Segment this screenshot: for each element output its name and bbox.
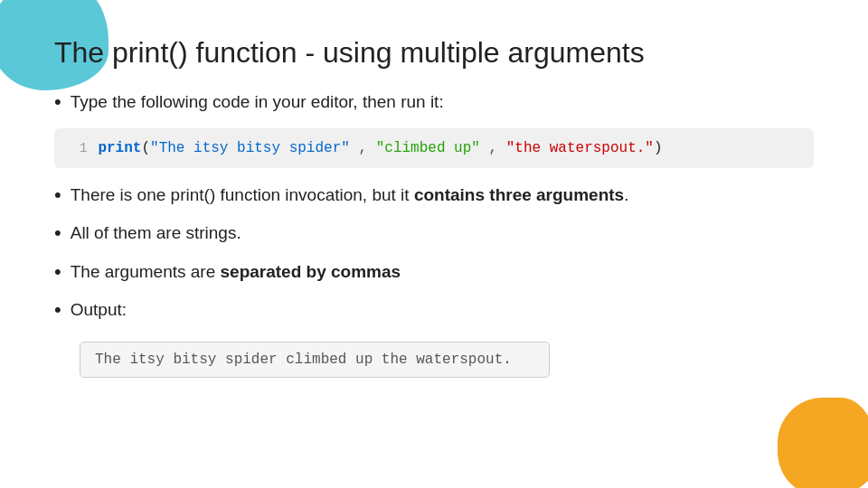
slide-content: The print() function - using multiple ar… <box>0 0 868 405</box>
code-comma1: , <box>350 140 376 156</box>
list-item-4: The arguments are separated by commas <box>54 259 814 286</box>
output-container: The itsy bitsy spider climbed up the wat… <box>54 336 814 378</box>
code-function-name: print <box>98 140 141 156</box>
slide-title: The print() function - using multiple ar… <box>54 36 814 70</box>
bullet5-text: Output: <box>71 297 127 323</box>
list-item-3: All of them are strings. <box>54 221 814 247</box>
code-line-number: 1 <box>80 141 87 155</box>
bullet1-text: Type the following code in your editor, … <box>71 89 444 115</box>
bullet4-text: The arguments are separated by commas <box>71 259 401 285</box>
list-item-5: Output: <box>54 297 814 324</box>
code-block: 1print("The itsy bitsy spider" , "climbe… <box>54 128 814 168</box>
code-arg3: "the waterspout." <box>506 140 654 156</box>
output-text: The itsy bitsy spider climbed up the wat… <box>95 352 512 368</box>
blob-bottom-right-decoration <box>778 398 868 488</box>
code-arg1: "The itsy bitsy spider" <box>150 140 350 156</box>
code-arg2: "climbed up" <box>376 140 480 156</box>
code-comma2: , <box>480 140 506 156</box>
bullet3-text: All of them are strings. <box>71 221 241 246</box>
code-close-paren: ) <box>654 140 663 156</box>
output-block: The itsy bitsy spider climbed up the wat… <box>80 342 550 378</box>
list-item-2: There is one print() function invocation… <box>54 183 814 209</box>
list-item-1: Type the following code in your editor, … <box>54 89 814 116</box>
bullet-list: Type the following code in your editor, … <box>54 89 814 324</box>
code-open-paren: ( <box>141 140 150 156</box>
bullet2-text: There is one print() function invocation… <box>71 183 629 208</box>
